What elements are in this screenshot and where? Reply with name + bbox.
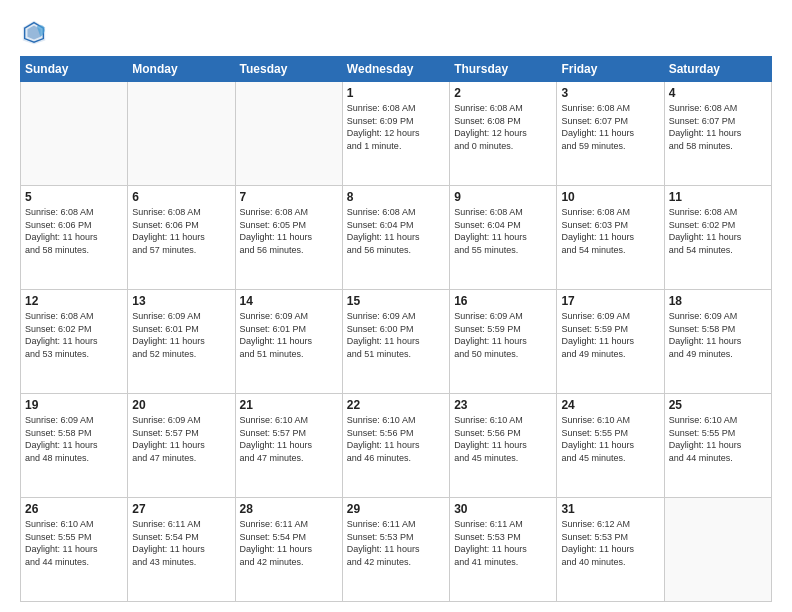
calendar-cell: 3Sunrise: 6:08 AM Sunset: 6:07 PM Daylig… xyxy=(557,82,664,186)
cell-info: Sunrise: 6:12 AM Sunset: 5:53 PM Dayligh… xyxy=(561,518,659,568)
cell-date: 5 xyxy=(25,190,123,204)
weekday-thursday: Thursday xyxy=(450,57,557,82)
calendar-cell xyxy=(21,82,128,186)
calendar-cell: 16Sunrise: 6:09 AM Sunset: 5:59 PM Dayli… xyxy=(450,290,557,394)
cell-info: Sunrise: 6:11 AM Sunset: 5:54 PM Dayligh… xyxy=(240,518,338,568)
weekday-saturday: Saturday xyxy=(664,57,771,82)
calendar-cell: 22Sunrise: 6:10 AM Sunset: 5:56 PM Dayli… xyxy=(342,394,449,498)
cell-info: Sunrise: 6:08 AM Sunset: 6:04 PM Dayligh… xyxy=(347,206,445,256)
cell-date: 11 xyxy=(669,190,767,204)
weekday-friday: Friday xyxy=(557,57,664,82)
calendar-cell xyxy=(664,498,771,602)
cell-date: 27 xyxy=(132,502,230,516)
calendar-cell: 25Sunrise: 6:10 AM Sunset: 5:55 PM Dayli… xyxy=(664,394,771,498)
cell-date: 22 xyxy=(347,398,445,412)
cell-date: 29 xyxy=(347,502,445,516)
calendar-cell xyxy=(235,82,342,186)
cell-info: Sunrise: 6:08 AM Sunset: 6:06 PM Dayligh… xyxy=(25,206,123,256)
cell-date: 16 xyxy=(454,294,552,308)
cell-info: Sunrise: 6:10 AM Sunset: 5:56 PM Dayligh… xyxy=(454,414,552,464)
cell-info: Sunrise: 6:10 AM Sunset: 5:56 PM Dayligh… xyxy=(347,414,445,464)
cell-date: 15 xyxy=(347,294,445,308)
cell-date: 14 xyxy=(240,294,338,308)
logo-icon xyxy=(20,18,48,46)
cell-info: Sunrise: 6:08 AM Sunset: 6:03 PM Dayligh… xyxy=(561,206,659,256)
cell-info: Sunrise: 6:09 AM Sunset: 6:00 PM Dayligh… xyxy=(347,310,445,360)
header xyxy=(20,18,772,46)
calendar-cell: 21Sunrise: 6:10 AM Sunset: 5:57 PM Dayli… xyxy=(235,394,342,498)
cell-date: 7 xyxy=(240,190,338,204)
calendar-cell: 31Sunrise: 6:12 AM Sunset: 5:53 PM Dayli… xyxy=(557,498,664,602)
calendar-cell: 24Sunrise: 6:10 AM Sunset: 5:55 PM Dayli… xyxy=(557,394,664,498)
calendar-cell: 11Sunrise: 6:08 AM Sunset: 6:02 PM Dayli… xyxy=(664,186,771,290)
calendar-cell: 26Sunrise: 6:10 AM Sunset: 5:55 PM Dayli… xyxy=(21,498,128,602)
logo xyxy=(20,18,52,46)
calendar-cell: 8Sunrise: 6:08 AM Sunset: 6:04 PM Daylig… xyxy=(342,186,449,290)
cell-date: 8 xyxy=(347,190,445,204)
calendar-week-3: 12Sunrise: 6:08 AM Sunset: 6:02 PM Dayli… xyxy=(21,290,772,394)
cell-info: Sunrise: 6:10 AM Sunset: 5:55 PM Dayligh… xyxy=(25,518,123,568)
cell-info: Sunrise: 6:10 AM Sunset: 5:57 PM Dayligh… xyxy=(240,414,338,464)
calendar-cell: 18Sunrise: 6:09 AM Sunset: 5:58 PM Dayli… xyxy=(664,290,771,394)
cell-info: Sunrise: 6:11 AM Sunset: 5:54 PM Dayligh… xyxy=(132,518,230,568)
calendar-cell: 20Sunrise: 6:09 AM Sunset: 5:57 PM Dayli… xyxy=(128,394,235,498)
calendar-table: SundayMondayTuesdayWednesdayThursdayFrid… xyxy=(20,56,772,602)
cell-info: Sunrise: 6:09 AM Sunset: 6:01 PM Dayligh… xyxy=(132,310,230,360)
calendar-cell: 15Sunrise: 6:09 AM Sunset: 6:00 PM Dayli… xyxy=(342,290,449,394)
cell-info: Sunrise: 6:09 AM Sunset: 5:59 PM Dayligh… xyxy=(561,310,659,360)
cell-info: Sunrise: 6:10 AM Sunset: 5:55 PM Dayligh… xyxy=(561,414,659,464)
calendar-cell: 28Sunrise: 6:11 AM Sunset: 5:54 PM Dayli… xyxy=(235,498,342,602)
cell-info: Sunrise: 6:09 AM Sunset: 5:58 PM Dayligh… xyxy=(669,310,767,360)
cell-info: Sunrise: 6:08 AM Sunset: 6:07 PM Dayligh… xyxy=(669,102,767,152)
cell-date: 31 xyxy=(561,502,659,516)
calendar-cell: 10Sunrise: 6:08 AM Sunset: 6:03 PM Dayli… xyxy=(557,186,664,290)
cell-info: Sunrise: 6:09 AM Sunset: 6:01 PM Dayligh… xyxy=(240,310,338,360)
weekday-wednesday: Wednesday xyxy=(342,57,449,82)
cell-info: Sunrise: 6:08 AM Sunset: 6:04 PM Dayligh… xyxy=(454,206,552,256)
cell-date: 21 xyxy=(240,398,338,412)
cell-date: 10 xyxy=(561,190,659,204)
cell-info: Sunrise: 6:09 AM Sunset: 5:57 PM Dayligh… xyxy=(132,414,230,464)
calendar-cell: 9Sunrise: 6:08 AM Sunset: 6:04 PM Daylig… xyxy=(450,186,557,290)
calendar-cell: 17Sunrise: 6:09 AM Sunset: 5:59 PM Dayli… xyxy=(557,290,664,394)
cell-date: 4 xyxy=(669,86,767,100)
calendar-cell: 1Sunrise: 6:08 AM Sunset: 6:09 PM Daylig… xyxy=(342,82,449,186)
cell-date: 18 xyxy=(669,294,767,308)
calendar-cell: 4Sunrise: 6:08 AM Sunset: 6:07 PM Daylig… xyxy=(664,82,771,186)
cell-date: 1 xyxy=(347,86,445,100)
cell-info: Sunrise: 6:08 AM Sunset: 6:07 PM Dayligh… xyxy=(561,102,659,152)
cell-date: 26 xyxy=(25,502,123,516)
calendar-cell: 27Sunrise: 6:11 AM Sunset: 5:54 PM Dayli… xyxy=(128,498,235,602)
cell-date: 23 xyxy=(454,398,552,412)
calendar-week-1: 1Sunrise: 6:08 AM Sunset: 6:09 PM Daylig… xyxy=(21,82,772,186)
calendar-cell: 19Sunrise: 6:09 AM Sunset: 5:58 PM Dayli… xyxy=(21,394,128,498)
page: SundayMondayTuesdayWednesdayThursdayFrid… xyxy=(0,0,792,612)
cell-date: 24 xyxy=(561,398,659,412)
calendar-cell: 23Sunrise: 6:10 AM Sunset: 5:56 PM Dayli… xyxy=(450,394,557,498)
calendar-week-2: 5Sunrise: 6:08 AM Sunset: 6:06 PM Daylig… xyxy=(21,186,772,290)
cell-info: Sunrise: 6:08 AM Sunset: 6:05 PM Dayligh… xyxy=(240,206,338,256)
calendar-cell: 6Sunrise: 6:08 AM Sunset: 6:06 PM Daylig… xyxy=(128,186,235,290)
cell-date: 30 xyxy=(454,502,552,516)
cell-info: Sunrise: 6:10 AM Sunset: 5:55 PM Dayligh… xyxy=(669,414,767,464)
calendar-week-4: 19Sunrise: 6:09 AM Sunset: 5:58 PM Dayli… xyxy=(21,394,772,498)
weekday-monday: Monday xyxy=(128,57,235,82)
cell-date: 9 xyxy=(454,190,552,204)
weekday-sunday: Sunday xyxy=(21,57,128,82)
cell-info: Sunrise: 6:09 AM Sunset: 5:59 PM Dayligh… xyxy=(454,310,552,360)
weekday-header-row: SundayMondayTuesdayWednesdayThursdayFrid… xyxy=(21,57,772,82)
cell-date: 19 xyxy=(25,398,123,412)
calendar-cell: 14Sunrise: 6:09 AM Sunset: 6:01 PM Dayli… xyxy=(235,290,342,394)
weekday-tuesday: Tuesday xyxy=(235,57,342,82)
cell-date: 12 xyxy=(25,294,123,308)
cell-info: Sunrise: 6:08 AM Sunset: 6:02 PM Dayligh… xyxy=(669,206,767,256)
cell-info: Sunrise: 6:08 AM Sunset: 6:09 PM Dayligh… xyxy=(347,102,445,152)
cell-info: Sunrise: 6:11 AM Sunset: 5:53 PM Dayligh… xyxy=(347,518,445,568)
cell-info: Sunrise: 6:08 AM Sunset: 6:02 PM Dayligh… xyxy=(25,310,123,360)
calendar-cell xyxy=(128,82,235,186)
calendar-cell: 7Sunrise: 6:08 AM Sunset: 6:05 PM Daylig… xyxy=(235,186,342,290)
cell-date: 13 xyxy=(132,294,230,308)
cell-info: Sunrise: 6:08 AM Sunset: 6:08 PM Dayligh… xyxy=(454,102,552,152)
cell-date: 17 xyxy=(561,294,659,308)
cell-date: 3 xyxy=(561,86,659,100)
